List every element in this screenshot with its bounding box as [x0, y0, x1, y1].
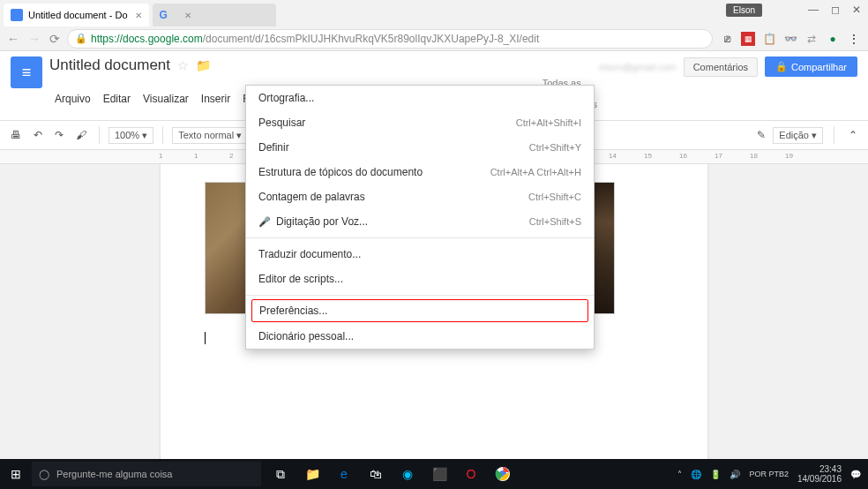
dd-preferencias[interactable]: Preferências... — [251, 299, 588, 322]
url-path: /document/d/16csmPkIUJHKhvuRkqVK5r89olIq… — [203, 33, 540, 45]
edge-icon[interactable]: e — [330, 462, 358, 486]
explorer-icon[interactable]: 📁 — [298, 462, 326, 486]
cast-icon[interactable]: ⎚ — [720, 32, 734, 46]
ferramentas-dropdown: Ortografia... PesquisarCtrl+Alt+Shift+I … — [245, 85, 595, 350]
pencil-icon: ✎ — [757, 129, 766, 141]
action-center-icon[interactable]: 💬 — [850, 470, 861, 479]
dd-ortografia[interactable]: Ortografia... — [246, 86, 594, 110]
windows-taskbar: ⊞ ◯ Pergunte-me alguma coisa ⧉ 📁 e 🛍 ◉ ⬛… — [0, 459, 868, 489]
menu-editar[interactable]: Editar — [98, 90, 136, 108]
paint-format-icon[interactable]: 🖌 — [72, 127, 90, 143]
tray-network-icon[interactable]: 🌐 — [691, 470, 701, 479]
extension-icons: ⎚ ▦ 📋 👓 ⇄ ● ⋮ — [720, 32, 861, 46]
user-email: elson@gmail.com — [599, 62, 677, 72]
search-placeholder: Pergunte-me alguma coisa — [56, 469, 172, 479]
undo-icon[interactable]: ↶ — [30, 127, 46, 143]
dd-traduzir[interactable]: Traduzir documento... — [246, 242, 594, 267]
url-protocol: https — [91, 33, 114, 45]
document-title[interactable]: Untitled document — [49, 56, 170, 74]
star-icon[interactable]: ☆ — [177, 58, 189, 72]
tray-volume-icon[interactable]: 🔊 — [730, 470, 740, 479]
browser-tab-active[interactable]: Untitled document - Do ✕ — [4, 4, 149, 26]
chrome-icon[interactable] — [489, 462, 517, 486]
tray-clock[interactable]: 23:43 14/09/2016 — [797, 464, 842, 484]
chevron-up-icon[interactable]: ⌃ — [845, 127, 861, 143]
lock-icon: 🔒 — [775, 61, 788, 72]
app-icon[interactable]: ◉ — [393, 462, 422, 486]
dd-dicionario[interactable]: Dicionário pessoal... — [246, 324, 594, 349]
lock-icon: 🔒 — [75, 33, 87, 44]
task-view-icon[interactable]: ⧉ — [266, 462, 295, 486]
dd-definir[interactable]: DefinirCtrl+Shift+Y — [246, 135, 594, 160]
tab-title: Untitled document - Do — [28, 10, 128, 20]
docs-logo-icon[interactable]: ≡ — [11, 56, 42, 88]
dropdown-separator — [246, 237, 594, 238]
dd-estrutura[interactable]: Estrutura de tópicos do documentoCtrl+Al… — [246, 160, 594, 184]
cortana-icon: ◯ — [39, 469, 49, 480]
dd-pesquisar[interactable]: PesquisarCtrl+Alt+Shift+I — [246, 110, 594, 135]
maximize-icon[interactable]: ◻ — [831, 4, 840, 16]
microphone-icon: 🎤 — [258, 216, 271, 228]
menu-arquivo[interactable]: Arquivo — [49, 90, 96, 108]
comments-button[interactable]: Comentários — [684, 57, 758, 77]
browser-tab-strip: Untitled document - Do ✕ G ✕ Elson — ◻ ✕ — [0, 0, 868, 26]
docs-favicon — [11, 9, 23, 21]
google-favicon: G — [160, 9, 172, 21]
dd-editor-scripts[interactable]: Editor de scripts... — [246, 267, 594, 291]
close-icon[interactable]: ✕ — [135, 11, 142, 20]
url-input[interactable]: 🔒 https ://docs.google.com /document/d/1… — [67, 29, 713, 49]
print-icon[interactable]: 🖶 — [7, 127, 25, 143]
tray-lang[interactable]: POR PTB2 — [749, 470, 789, 478]
cortana-search[interactable]: ◯ Pergunte-me alguma coisa — [32, 462, 261, 486]
folder-icon[interactable]: 📁 — [196, 58, 211, 72]
dd-digitacao[interactable]: 🎤Digitação por Voz... Ctrl+Shift+S — [246, 209, 594, 234]
dd-contagem[interactable]: Contagem de palavrasCtrl+Shift+C — [246, 184, 594, 209]
opera-icon[interactable]: O — [457, 462, 485, 486]
share-button[interactable]: 🔒 Compartilhar — [765, 56, 857, 77]
app-icon[interactable]: ⬛ — [425, 462, 453, 486]
edit-mode-select[interactable]: Edição ▾ — [773, 127, 823, 144]
share-label: Compartilhar — [791, 62, 847, 72]
browser-tab-inactive[interactable]: G ✕ — [153, 4, 276, 26]
url-host: ://docs.google.com — [114, 33, 203, 45]
close-icon[interactable]: ✕ — [184, 11, 191, 20]
menu-icon[interactable]: ⋮ — [847, 32, 861, 46]
start-button[interactable]: ⊞ — [0, 467, 32, 481]
dropdown-separator — [246, 295, 594, 296]
menu-inserir[interactable]: Inserir — [196, 90, 236, 108]
tray-chevron-icon[interactable]: ˄ — [677, 470, 682, 479]
menu-visualizar[interactable]: Visualizar — [138, 90, 194, 108]
forward-icon[interactable]: → — [28, 32, 41, 46]
close-window-icon[interactable]: ✕ — [852, 4, 861, 16]
back-icon[interactable]: ← — [7, 32, 19, 46]
address-bar: ← → ⟳ 🔒 https ://docs.google.com /docume… — [0, 26, 868, 51]
store-icon[interactable]: 🛍 — [362, 462, 390, 486]
window-controls: — ◻ ✕ — [808, 4, 861, 16]
ext-icon[interactable]: ▦ — [741, 32, 755, 46]
text-cursor — [205, 332, 206, 344]
shuffle-icon[interactable]: ⇄ — [804, 32, 819, 46]
reload-icon[interactable]: ⟳ — [49, 32, 60, 46]
tray-battery-icon[interactable]: 🔋 — [710, 470, 721, 479]
ext-icon[interactable]: ● — [826, 32, 840, 46]
zoom-select[interactable]: 100% ▾ — [108, 127, 153, 144]
chrome-profile-badge[interactable]: Elson — [726, 4, 762, 17]
redo-icon[interactable]: ↷ — [51, 127, 67, 143]
ext-icon[interactable]: 📋 — [762, 32, 776, 46]
ext-icon[interactable]: 👓 — [783, 32, 797, 46]
style-select[interactable]: Texto normal ▾ — [172, 127, 248, 144]
minimize-icon[interactable]: — — [808, 4, 819, 16]
